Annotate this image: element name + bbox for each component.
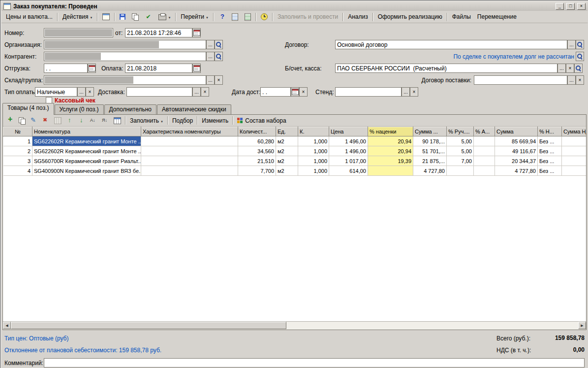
fill-and-post-button[interactable]: Заполнить и провести [275,12,341,22]
column-header[interactable]: К. [298,127,329,136]
minimize-button[interactable]: _ [556,3,564,10]
column-header[interactable]: % Н... [538,127,562,136]
supply-contract-ellipsis-button[interactable]: ... [567,75,576,85]
stand-clear-button[interactable]: × [410,87,418,97]
delivery-clear-button[interactable]: × [201,87,209,97]
table-cell[interactable]: 4 727,80 [495,166,538,176]
go-button[interactable]: Перейти [178,12,212,22]
bank-account-ellipsis-button[interactable]: ... [557,64,566,73]
counterparty-lookup-button[interactable] [215,52,223,61]
contract-lookup-button[interactable] [576,40,584,49]
table-cell[interactable]: 60,280 [238,136,276,146]
table-cell[interactable]: 1 496,00 [329,146,368,156]
table-cell[interactable] [562,166,587,176]
table-cell[interactable]: SG622602R Керамический гранит Монте ... [32,136,141,146]
bank-account-clear-button[interactable]: × [566,64,574,73]
organization-lookup-button[interactable] [215,40,223,49]
files-button[interactable]: Файлы [449,12,474,22]
table-cell[interactable] [447,166,474,176]
table-cell[interactable]: 4 [3,166,32,176]
supply-contract-field[interactable] [474,75,567,85]
table-cell[interactable]: 20,94 [368,136,413,146]
deviation-text[interactable]: Отклонение от плановой себестоимости: 15… [4,347,161,354]
table-cell[interactable]: 90 178,... [413,136,447,146]
move-down-button[interactable] [76,116,87,126]
delivery-date-clear-button[interactable]: × [299,87,308,97]
table-cell[interactable] [141,136,238,146]
add-row-button[interactable] [5,116,16,126]
bank-account-field[interactable] [335,64,557,73]
shipment-date-field[interactable] [44,64,88,73]
table-cell[interactable]: 21,510 [238,156,276,166]
column-header[interactable]: Сумма [495,127,538,136]
scrollbar-thumb[interactable] [11,322,286,329]
table-cell[interactable]: Без ... [538,166,562,176]
table-cell[interactable]: 5,00 [447,146,474,156]
warehouse-ellipsis-button[interactable]: ... [206,75,215,85]
close-button[interactable]: × [577,3,586,10]
totals-button[interactable] [112,116,123,126]
fill-button[interactable]: Заполнить [128,116,165,126]
copy-button[interactable] [129,12,142,22]
table-cell[interactable]: 5,00 [447,136,474,146]
table-cell[interactable]: м2 [276,146,298,156]
column-header[interactable]: Цена [329,127,368,136]
table-cell[interactable] [474,166,495,176]
column-header[interactable]: Сумма НДС [562,127,587,136]
payment-type-clear-button[interactable]: × [86,87,94,97]
prices-currency-button[interactable]: Цены и валюта... [3,12,56,22]
table-row[interactable]: 1SG622602R Керамический гранит Монте ...… [3,136,587,146]
table-cell[interactable] [562,136,587,146]
bank-account-lookup-button[interactable] [574,64,583,73]
tab-auto-discounts[interactable]: Автоматические скидки [157,104,231,115]
scrollbar-track[interactable] [286,322,578,330]
debt-lookup-button[interactable] [576,52,584,61]
analysis-button[interactable]: Анализ [345,12,371,22]
table-cell[interactable]: м2 [276,156,298,166]
table-cell[interactable] [368,166,413,176]
change-button[interactable]: Изменить [200,116,230,126]
reread-button[interactable] [99,12,113,22]
column-header[interactable]: Номенклатура [32,127,141,136]
end-edit-button[interactable] [52,116,63,126]
table-cell[interactable]: 49 116,67 [495,146,538,156]
edit-row-button[interactable] [29,116,39,126]
sort-desc-button[interactable] [100,116,111,126]
report-structure-button[interactable] [242,12,254,22]
organization-ellipsis-button[interactable]: ... [206,40,215,49]
table-cell[interactable]: м2 [276,136,298,146]
pick-button[interactable]: Подбор [170,116,195,126]
column-header[interactable]: % А... [474,127,495,136]
shipment-calendar-button[interactable] [88,64,96,73]
table-cell[interactable]: Без ... [538,136,562,146]
payment-calendar-button[interactable] [192,64,201,73]
table-cell[interactable] [474,146,495,156]
table-cell[interactable]: SG400900N Керамический гранит ВЯЗ бе... [32,166,141,176]
history-button[interactable] [258,12,271,22]
counterparty-ellipsis-button[interactable]: ... [206,52,215,61]
column-header[interactable]: Характеристика номенклатуры [141,127,238,136]
delivery-field[interactable] [126,87,192,97]
payment-date-field[interactable] [125,64,192,73]
print-button[interactable] [155,12,174,22]
table-cell[interactable] [474,136,495,146]
table-cell[interactable]: 1 017,00 [329,156,368,166]
column-header[interactable]: № [3,127,32,136]
table-row[interactable]: 3SG560700R Керамический гранит Риальт...… [3,156,587,166]
table-cell[interactable] [562,156,587,166]
comment-field[interactable] [44,358,585,368]
sort-asc-button[interactable] [88,116,99,126]
table-cell[interactable]: 1,000 [298,156,329,166]
number-field[interactable] [44,28,113,37]
date-field[interactable] [125,28,192,37]
table-cell[interactable]: SG560700R Керамический гранит Риальт... [32,156,141,166]
table-cell[interactable]: 614,00 [329,166,368,176]
movement-button[interactable]: Перемещение [474,12,520,22]
supply-contract-clear-button[interactable]: × [576,75,584,85]
table-cell[interactable] [141,166,238,176]
table-cell[interactable]: 51 701,... [413,146,447,156]
table-cell[interactable] [141,146,238,156]
table-cell[interactable]: 2 [3,146,32,156]
move-up-button[interactable] [64,116,75,126]
scroll-right-button[interactable]: ▶ [578,322,586,329]
